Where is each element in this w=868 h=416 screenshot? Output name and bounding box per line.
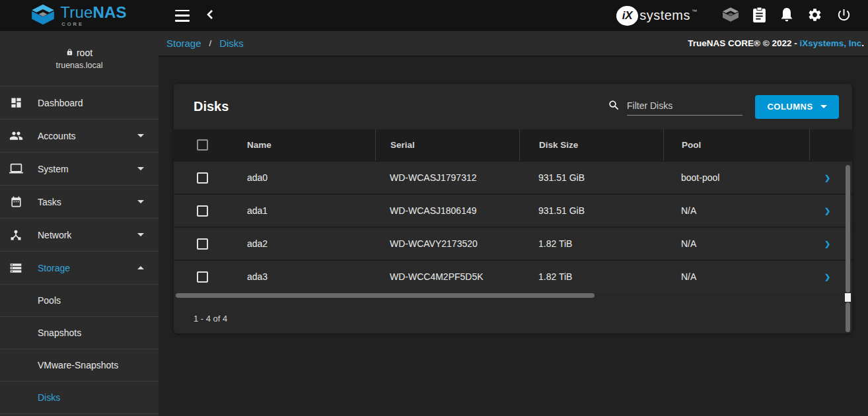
chevron-down-icon bbox=[137, 167, 144, 170]
cell-pool: N/A bbox=[681, 271, 696, 282]
user-name: root bbox=[77, 48, 92, 58]
dashboard-icon bbox=[9, 96, 23, 110]
brand-nas: NAS bbox=[92, 5, 126, 20]
ix-word: systems bbox=[639, 8, 690, 23]
row-expand-chevron-icon[interactable]: ❯ bbox=[824, 240, 830, 248]
horizontal-scrollbar[interactable] bbox=[174, 292, 842, 299]
truenas-cube-button[interactable] bbox=[723, 7, 739, 24]
sidebar-item-system[interactable]: System bbox=[0, 153, 159, 186]
row-expand-chevron-icon[interactable]: ❯ bbox=[824, 207, 830, 215]
ix-mark-icon: iX bbox=[616, 6, 638, 26]
chevron-up-icon bbox=[137, 266, 144, 269]
laptop-icon bbox=[9, 162, 23, 176]
sidebar-collapse-button[interactable] bbox=[207, 9, 213, 22]
calendar-icon bbox=[9, 195, 23, 209]
cell-name: ada1 bbox=[247, 205, 268, 216]
row-checkbox[interactable] bbox=[197, 205, 208, 217]
cell-pool: N/A bbox=[681, 238, 696, 249]
cell-disk-size: 1.82 TiB bbox=[538, 238, 572, 249]
sidebar-item-network[interactable]: Network bbox=[0, 219, 159, 252]
cell-name: ada3 bbox=[247, 271, 268, 282]
paginator-range: 1 - 4 of 4 bbox=[194, 314, 227, 324]
jobs-button[interactable] bbox=[752, 7, 766, 24]
row-checkbox[interactable] bbox=[197, 238, 208, 250]
sidebar-item-snapshots[interactable]: Snapshots bbox=[0, 317, 159, 349]
sidebar-item-disks[interactable]: Disks bbox=[0, 382, 159, 414]
chevron-left-icon bbox=[207, 9, 213, 22]
table-row[interactable]: ada1 WD-WCASJ1806149 931.51 GiB N/A ❯ bbox=[174, 193, 852, 226]
chevron-down-icon bbox=[820, 105, 827, 108]
breadcrumb-storage-link[interactable]: Storage bbox=[166, 38, 201, 49]
sidebar-subitem-label: Pools bbox=[38, 295, 61, 306]
scrollbar-corner[interactable] bbox=[845, 293, 851, 302]
sidebar-item-label: Tasks bbox=[38, 197, 137, 207]
ixsystems-link[interactable]: iXsystems, Inc bbox=[799, 38, 861, 48]
cell-serial: WD-WCASJ1806149 bbox=[390, 205, 477, 216]
horizontal-scrollbar-thumb[interactable] bbox=[176, 293, 595, 298]
vertical-scrollbar[interactable] bbox=[846, 164, 851, 332]
column-header-serial[interactable]: Serial bbox=[390, 140, 415, 150]
vertical-scrollbar-thumb-lower[interactable] bbox=[846, 302, 850, 332]
sidebar-item-storage[interactable]: Storage bbox=[0, 252, 159, 285]
columns-button[interactable]: COLUMNS bbox=[755, 95, 839, 119]
cell-name: ada0 bbox=[247, 172, 268, 183]
cell-disk-size: 1.82 TiB bbox=[538, 271, 572, 282]
lock-icon bbox=[66, 48, 73, 58]
column-header-pool[interactable]: Pool bbox=[682, 140, 701, 150]
page-title: Disks bbox=[194, 99, 229, 114]
search-icon bbox=[608, 99, 620, 114]
settings-gear-icon bbox=[807, 7, 822, 24]
row-checkbox[interactable] bbox=[197, 271, 208, 283]
storage-icon bbox=[9, 261, 23, 275]
sidebar-item-label: Storage bbox=[38, 263, 137, 273]
table-footer: 1 - 4 of 4 bbox=[174, 304, 227, 333]
cell-serial: WD-WCAVY2173520 bbox=[390, 238, 478, 249]
breadcrumb-disks-link[interactable]: Disks bbox=[219, 38, 244, 49]
columns-button-label: COLUMNS bbox=[767, 102, 813, 112]
sidebar-item-accounts[interactable]: Accounts bbox=[0, 120, 159, 153]
table-row[interactable]: ada0 WD-WCASJ1797312 931.51 GiB boot-poo… bbox=[174, 160, 852, 193]
settings-button[interactable] bbox=[807, 7, 822, 24]
notifications-button[interactable] bbox=[780, 7, 793, 24]
filter-disks-input[interactable] bbox=[627, 98, 742, 116]
disks-card: Disks COLUMNS Name Serial bbox=[174, 84, 852, 333]
select-all-checkbox[interactable] bbox=[197, 139, 208, 151]
chevron-down-icon bbox=[137, 134, 144, 137]
column-header-disk-size[interactable]: Disk Size bbox=[539, 140, 578, 150]
cell-pool: N/A bbox=[681, 205, 696, 216]
truenas-logo[interactable]: TrueNAS CORE bbox=[0, 0, 159, 31]
truenas-cube-icon bbox=[723, 7, 739, 24]
sidebar-item-vmware-snapshots[interactable]: VMware-Snapshots bbox=[0, 349, 159, 382]
sidebar-item-tasks[interactable]: Tasks bbox=[0, 186, 159, 219]
sidebar-item-label: Dashboard bbox=[38, 98, 159, 108]
sidebar-item-pools[interactable]: Pools bbox=[0, 285, 159, 317]
power-button[interactable] bbox=[836, 7, 851, 24]
table-row[interactable]: ada2 WD-WCAVY2173520 1.82 TiB N/A ❯ bbox=[174, 226, 852, 260]
sidebar-subitem-label: VMware-Snapshots bbox=[38, 360, 118, 370]
row-expand-chevron-icon[interactable]: ❯ bbox=[824, 174, 830, 182]
notifications-bell-icon bbox=[780, 7, 793, 24]
ixsystems-logo: iX systems ™ bbox=[616, 6, 697, 26]
cell-disk-size: 931.51 GiB bbox=[538, 172, 585, 183]
cell-serial: WD-WCASJ1797312 bbox=[390, 172, 477, 183]
card-header: Disks COLUMNS bbox=[174, 84, 852, 129]
row-expand-chevron-icon[interactable]: ❯ bbox=[824, 273, 830, 281]
row-checkbox[interactable] bbox=[197, 172, 208, 184]
truenas-cube-logo-icon bbox=[32, 4, 54, 28]
hostname: truenas.local bbox=[56, 61, 103, 70]
table-row[interactable]: ada3 WD-WCC4M2PF5D5K 1.82 TiB N/A ❯ bbox=[174, 260, 852, 293]
sidebar-item-dashboard[interactable]: Dashboard bbox=[0, 87, 159, 120]
truenas-app-window: TrueNAS CORE iX systems ™ bbox=[0, 0, 868, 416]
chevron-down-icon bbox=[137, 233, 144, 236]
power-icon bbox=[836, 7, 851, 24]
breadcrumb-bar: Storage / Disks TrueNAS CORE® © 2022 - i… bbox=[159, 31, 868, 57]
vertical-scrollbar-thumb[interactable] bbox=[846, 165, 850, 293]
people-icon bbox=[9, 129, 23, 143]
network-hub-icon bbox=[9, 228, 23, 242]
brand-true: True bbox=[60, 5, 92, 20]
sidebar-item-label: Accounts bbox=[38, 131, 137, 141]
column-header-name[interactable]: Name bbox=[247, 140, 271, 150]
sidebar-user-block: root truenas.local bbox=[0, 31, 159, 87]
hamburger-menu-button[interactable] bbox=[174, 10, 190, 22]
filter-control bbox=[608, 98, 742, 116]
